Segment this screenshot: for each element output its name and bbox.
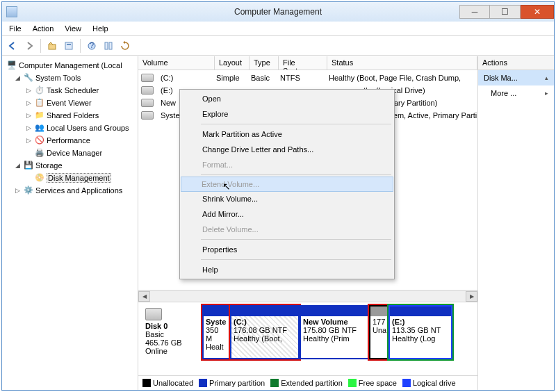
tree-systools[interactable]: ◢🔧System Tools (3, 72, 136, 84)
volume-c[interactable]: (C:)176.08 GB NTFHealthy (Boot, (230, 305, 300, 359)
tree-event-viewer[interactable]: ▷📋Event Viewer (3, 97, 136, 109)
context-help[interactable]: Help (181, 262, 393, 277)
svg-rect-6 (109, 42, 112, 49)
legend: UnallocatedPrimary partitionExtended par… (138, 375, 477, 390)
drive-icon (141, 99, 154, 107)
tree-users-groups[interactable]: ▷👥Local Users and Groups (3, 122, 136, 134)
chevron-up-icon: ▴ (545, 74, 548, 81)
volume-syste[interactable]: Syste350 MHealt (202, 305, 230, 359)
help-icon[interactable]: ? (84, 38, 99, 54)
context-extend-volume-: Extend Volume... (181, 177, 393, 192)
back-button[interactable] (5, 38, 20, 54)
menu-view[interactable]: View (59, 23, 87, 34)
legend-item: Unallocated (142, 379, 193, 387)
legend-item: Primary partition (199, 379, 265, 387)
context-format-: Format... (181, 157, 393, 172)
tile-button[interactable] (101, 38, 116, 54)
disk-pane: Disk 0 Basic 465.76 GB Online Syste350 M… (138, 302, 477, 375)
clock-icon: ⏱️ (35, 85, 44, 95)
context-shrink-volume-[interactable]: Shrink Volume... (181, 191, 393, 206)
tree-services[interactable]: ▷⚙️Services and Applications (3, 184, 136, 197)
tools-icon: 🔧 (24, 73, 33, 83)
context-delete-volume-: Delete Volume... (181, 222, 393, 237)
context-open[interactable]: Open (181, 91, 393, 106)
close-button[interactable]: ✕ (521, 5, 554, 19)
computer-icon: 🖥️ (7, 60, 17, 70)
tree-device-manager[interactable]: 🖨️Device Manager (3, 147, 136, 159)
prop-button[interactable] (61, 38, 76, 54)
tree-disk-management[interactable]: 📀Disk Management (3, 172, 136, 184)
toolbar: ? (2, 36, 554, 56)
users-icon: 👥 (35, 123, 44, 133)
col-fs[interactable]: File System (279, 56, 327, 70)
titlebar[interactable]: Computer Management ─ ☐ ✕ (2, 2, 554, 22)
disk-info[interactable]: Disk 0 Basic 465.76 GB Online (142, 305, 198, 373)
actions-header: Actions (478, 56, 554, 70)
up-button[interactable] (44, 38, 60, 54)
actions-panel: Actions Disk Ma...▴ More ...▸ (477, 56, 554, 390)
menu-file[interactable]: File (3, 23, 27, 34)
menu-help[interactable]: Help (87, 23, 114, 34)
context-add-mirror-[interactable]: Add Mirror... (181, 206, 393, 222)
tree-performance[interactable]: ▷🚫Performance (3, 134, 136, 147)
volume-newvolume[interactable]: New Volume175.80 GB NTFHealthy (Prim (300, 305, 369, 359)
svg-rect-1 (65, 42, 72, 49)
tree-panel: 🖥️Computer Management (Local ◢🔧System To… (2, 56, 138, 390)
volume-bar: Syste350 MHealt(C:)176.08 GB NTFHealthy … (202, 305, 473, 373)
tree-storage[interactable]: ◢💾Storage (3, 159, 136, 172)
tree-root[interactable]: 🖥️Computer Management (Local (3, 59, 136, 72)
refresh-button[interactable] (117, 38, 133, 54)
volume-e[interactable]: (E:)113.35 GB NTHealthy (Log (389, 305, 452, 359)
col-type[interactable]: Type (250, 56, 279, 70)
tree-shared-folders[interactable]: ▷📁Shared Folders (3, 109, 136, 122)
maximize-button[interactable]: ☐ (490, 5, 521, 19)
services-icon: ⚙️ (24, 186, 33, 195)
app-icon (6, 6, 17, 17)
col-layout[interactable]: Layout (215, 56, 250, 70)
legend-item: Free space (348, 379, 397, 387)
context-change-drive-letter-and-paths-[interactable]: Change Drive Letter and Paths... (181, 142, 393, 157)
list-header: Volume Layout Type File System Status (138, 56, 477, 70)
actions-more[interactable]: More ...▸ (478, 85, 554, 101)
col-volume[interactable]: Volume (138, 56, 215, 70)
svg-rect-2 (67, 44, 71, 45)
cursor-icon: ↖ (222, 181, 231, 192)
list-row[interactable]: (C:)SimpleBasicNTFSHealthy (Boot, Page F… (138, 72, 477, 84)
volume-unalloc[interactable]: 177Una (369, 305, 389, 359)
legend-item: Extended partition (270, 379, 343, 387)
perf-icon: 🚫 (35, 136, 44, 145)
forward-button[interactable] (22, 38, 37, 54)
chevron-right-icon: ▸ (545, 90, 548, 97)
svg-rect-0 (49, 44, 56, 49)
context-properties[interactable]: Properties (181, 242, 393, 257)
window-title: Computer Management (234, 7, 322, 17)
actions-disk-mgmt[interactable]: Disk Ma...▴ (478, 70, 554, 85)
drive-icon (141, 111, 154, 120)
disk-icon: 📀 (35, 173, 44, 183)
menubar: File Action View Help (2, 22, 554, 36)
storage-icon: 💾 (24, 161, 33, 170)
context-menu: OpenExploreMark Partition as ActiveChang… (179, 89, 395, 279)
col-status[interactable]: Status (327, 56, 477, 70)
folder-icon: 📁 (35, 111, 44, 120)
disk-icon (145, 308, 162, 320)
drive-icon (141, 86, 154, 95)
minimize-button[interactable]: ─ (459, 5, 490, 19)
event-icon: 📋 (35, 98, 44, 108)
context-mark-partition-as-active[interactable]: Mark Partition as Active (181, 126, 393, 142)
h-scrollbar[interactable]: ◀▶ (138, 290, 477, 302)
tree-task-scheduler[interactable]: ▷⏱️Task Scheduler (3, 84, 136, 97)
context-explore[interactable]: Explore (181, 106, 393, 122)
svg-text:?: ? (90, 41, 94, 49)
legend-item: Logical drive (402, 379, 456, 387)
svg-rect-5 (105, 42, 108, 49)
menu-action[interactable]: Action (27, 23, 60, 34)
device-icon: 🖨️ (35, 148, 44, 158)
drive-icon (141, 74, 154, 82)
